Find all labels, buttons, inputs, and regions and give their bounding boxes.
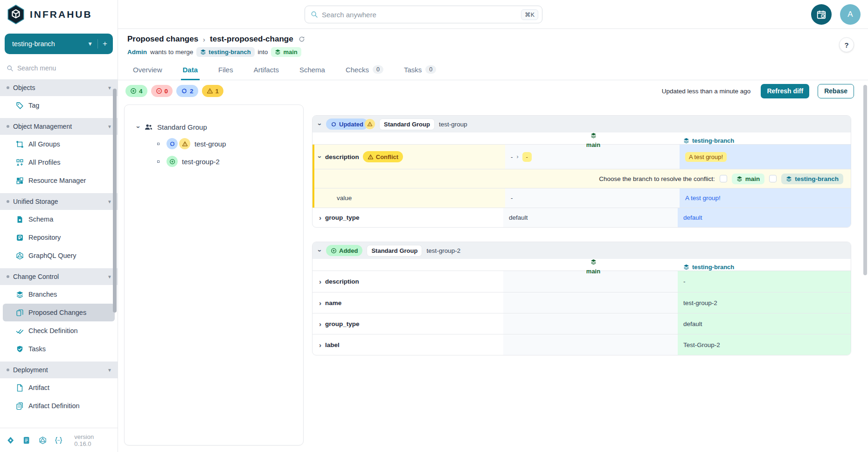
merge-author: Admin xyxy=(127,49,147,56)
tab-artifacts[interactable]: Artifacts xyxy=(254,65,279,80)
sidebar-item-graphql-query[interactable]: GraphQL Query xyxy=(3,247,115,264)
chevron-right-icon[interactable]: › xyxy=(319,299,321,307)
chevron-right-icon[interactable]: › xyxy=(319,214,321,222)
main-branch-checkbox[interactable] xyxy=(720,175,727,182)
chevron-down-icon[interactable]: › xyxy=(316,123,324,125)
page-scrollbar[interactable] xyxy=(863,85,867,275)
chevron-down-icon[interactable]: ▼ xyxy=(83,41,97,47)
rebase-button[interactable]: Rebase xyxy=(818,84,854,98)
tree-node-standard-group[interactable]: › Standard Group xyxy=(138,123,303,132)
tab-overview[interactable]: Overview xyxy=(133,65,162,80)
avatar[interactable]: A xyxy=(840,4,861,25)
chevron-down-icon[interactable]: › xyxy=(316,156,324,158)
braces-icon[interactable] xyxy=(55,436,62,445)
menu-search-input[interactable] xyxy=(17,64,97,72)
sidebar-item-artifact[interactable]: Artifact xyxy=(3,379,115,396)
branch-selector[interactable]: testing-branch ▼ + xyxy=(5,34,113,54)
testing-branch-checkbox[interactable] xyxy=(769,175,777,182)
sidebar-item-proposed-changes[interactable]: Proposed Changes xyxy=(3,304,115,321)
sidebar-item-tag[interactable]: Tag xyxy=(3,97,115,114)
section-deployment[interactable]: Deployment ▼ xyxy=(0,362,118,378)
section-label: Unified Storage xyxy=(13,198,104,205)
chevron-right-icon[interactable]: › xyxy=(319,341,321,349)
attribute-row-group-type[interactable]: ›group_type default xyxy=(312,313,851,334)
sync-icon xyxy=(331,121,337,127)
section-change-control[interactable]: Change Control ▼ xyxy=(0,268,118,285)
menu-search[interactable] xyxy=(0,57,118,77)
refresh-diff-button[interactable]: Refresh diff xyxy=(761,84,809,98)
topbar-actions: A xyxy=(811,4,861,25)
sidebar-item-check-definition[interactable]: Check Definition xyxy=(3,322,115,340)
added-status-icon xyxy=(167,156,178,167)
calendar-clock-button[interactable] xyxy=(811,4,832,25)
help-button[interactable]: ? xyxy=(839,37,854,52)
chevron-right-icon[interactable]: › xyxy=(319,320,321,328)
sidebar-item-repository[interactable]: Repository xyxy=(3,229,115,246)
attribute-row-label[interactable]: ›label Test-Group-2 xyxy=(312,334,851,355)
tree-node-test-group-2[interactable]: test-group-2 xyxy=(157,156,303,167)
section-object-management[interactable]: Object Management ▼ xyxy=(0,118,118,135)
tab-data[interactable]: Data xyxy=(183,65,198,80)
diff-card-header[interactable]: › Updated Standard Group test-group xyxy=(312,116,851,132)
section-objects[interactable]: Objects ▼ xyxy=(0,79,118,96)
target-value-cell: test-group-2 xyxy=(678,292,851,313)
sidebar-item-all-profiles[interactable]: All Profiles xyxy=(3,153,115,171)
main-branch-column-header: main xyxy=(503,132,678,148)
proposed-changes-icon xyxy=(16,309,24,317)
tab-tasks[interactable]: Tasks0 xyxy=(404,65,436,80)
tab-schema[interactable]: Schema xyxy=(299,65,325,80)
sidebar-item-artifact-definition[interactable]: Artifact Definition xyxy=(3,397,115,415)
file-icon xyxy=(16,384,24,392)
branch-icon xyxy=(683,138,689,144)
sidebar-footer: version 0.16.0 xyxy=(0,428,118,452)
sidebar-item-label: Check Definition xyxy=(28,327,78,334)
sidebar-item-branches[interactable]: Branches xyxy=(3,285,115,303)
chevron-right-icon[interactable]: › xyxy=(319,278,321,285)
sidebar-item-resource-manager[interactable]: Resource Manager xyxy=(3,172,115,189)
sidebar-item-label: Branches xyxy=(28,291,57,298)
chevron-down-icon[interactable]: › xyxy=(316,250,324,252)
docs-icon[interactable] xyxy=(22,436,30,445)
testing-branch-option[interactable]: testing-branch xyxy=(781,174,843,184)
sidebar-item-tasks[interactable]: Tasks xyxy=(3,340,115,358)
attribute-name: description xyxy=(325,278,359,285)
kite-icon[interactable] xyxy=(7,436,14,445)
global-search[interactable]: ⌘K xyxy=(305,6,542,23)
add-branch-button[interactable]: + xyxy=(97,39,107,49)
chevron-down-icon[interactable]: › xyxy=(135,126,143,128)
branch-icon xyxy=(683,264,689,270)
attribute-row-group-type[interactable]: › group_type default default xyxy=(312,208,851,227)
conflict-warning-icon xyxy=(365,119,375,129)
updated-status-icon xyxy=(167,138,178,149)
attribute-name: group_type xyxy=(325,214,360,221)
diff-card-header[interactable]: › Added Standard Group test-group-2 xyxy=(312,242,851,259)
merge-summary: Admin wants to merge testing-branch into… xyxy=(127,47,857,57)
sidebar-item-schema[interactable]: Schema xyxy=(3,210,115,228)
tree-node-test-group[interactable]: test-group xyxy=(157,138,303,149)
attribute-name: name xyxy=(325,299,341,306)
tab-checks[interactable]: Checks0 xyxy=(346,65,383,80)
brand-name: INFRAHUB xyxy=(30,9,92,20)
refresh-icon[interactable] xyxy=(298,35,306,43)
section-unified-storage[interactable]: Unified Storage ▼ xyxy=(0,193,118,210)
global-search-input[interactable] xyxy=(322,11,517,19)
caret-down-icon: ▼ xyxy=(107,274,112,279)
diff-card-updated: › Updated Standard Group test-group xyxy=(312,115,851,228)
main-area: ⌘K A Proposed changes › test-proposed-ch… xyxy=(118,0,868,452)
sidebar-scrollbar[interactable] xyxy=(113,89,117,313)
tab-files[interactable]: Files xyxy=(218,65,233,80)
brand-logo[interactable]: INFRAHUB xyxy=(0,0,118,29)
attribute-row-name[interactable]: ›name test-group-2 xyxy=(312,292,851,313)
target-branch-chip[interactable]: main xyxy=(271,47,301,57)
main-branch-option[interactable]: main xyxy=(732,174,765,184)
attribute-name: description xyxy=(325,153,359,160)
sidebar-item-label: Resource Manager xyxy=(28,177,86,184)
breadcrumb-separator: › xyxy=(203,35,205,43)
object-name: test-group-2 xyxy=(426,247,460,254)
main-value-cell: default xyxy=(503,208,678,227)
breadcrumb-root[interactable]: Proposed changes xyxy=(127,35,198,44)
sidebar-item-label: Repository xyxy=(28,234,61,241)
source-branch-chip[interactable]: testing-branch xyxy=(196,47,254,57)
sidebar-item-all-groups[interactable]: All Groups xyxy=(3,135,115,153)
graphql-logo-icon[interactable] xyxy=(39,436,47,445)
